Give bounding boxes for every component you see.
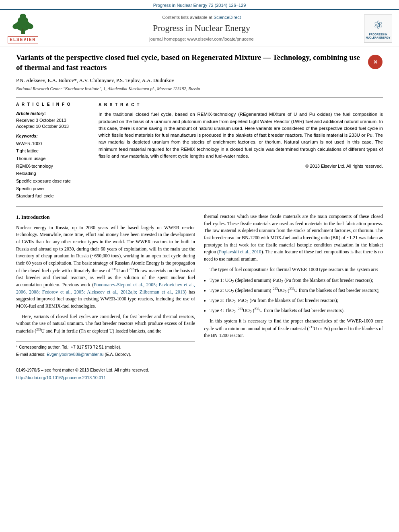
keyword-exposure: Specific exposure dose rate bbox=[16, 177, 90, 185]
footer-section: * Corresponding author. Tel.: +7 917 573… bbox=[16, 341, 195, 381]
keywords-label: Keywords: bbox=[16, 133, 90, 139]
section-divider bbox=[16, 206, 383, 207]
email-note: E-mail address: Evgeniybolrov889@rambler… bbox=[16, 351, 195, 358]
abstract-text: In the traditional closed fuel cycle, ba… bbox=[99, 111, 383, 160]
fuel-type-3: Type 3: ThO2–PuO2 (Pu from the blankets … bbox=[210, 297, 383, 305]
article-info-column: A R T I C L E I N F O Article history: R… bbox=[16, 102, 90, 200]
received-date: Received 3 October 2013 bbox=[16, 117, 90, 123]
authors: P.N. Alekseev, E.A. Bobrov*, A.V. Chibin… bbox=[16, 77, 383, 84]
elsevier-brand-text: ELSEVIER bbox=[8, 36, 38, 43]
article-title-section: Variants of the perspective closed fuel … bbox=[16, 53, 383, 72]
elsevier-logo-section: ELSEVIER bbox=[5, 13, 41, 43]
article-info-title: A R T I C L E I N F O bbox=[16, 102, 90, 107]
svg-text:✕: ✕ bbox=[373, 59, 378, 65]
keywords-list: WWER-1000 Tight lattice Thorium usage RE… bbox=[16, 140, 90, 200]
doi-link[interactable]: http://dx.doi.org/10.1016/j.pnucene.2013… bbox=[16, 375, 195, 381]
email-label: E-mail address: bbox=[16, 352, 45, 357]
journal-reference: Progress in Nuclear Energy 72 (2014) 126… bbox=[0, 0, 399, 9]
issn-note: 0149-1970/$ – see front matter © 2013 El… bbox=[16, 367, 195, 374]
ref-ponomarev[interactable]: Ponomarev-Stepnoi et al., 2005; Pavlovic… bbox=[16, 282, 195, 295]
svg-point-3 bbox=[20, 14, 26, 19]
affiliation: National Research Center "Kurchatov Inst… bbox=[16, 86, 383, 92]
history-label: Article history: bbox=[16, 111, 90, 117]
intro-heading: 1. Introduction bbox=[16, 213, 195, 221]
ref-poplavskii[interactable]: Poplavskii et al., 2010 bbox=[219, 249, 261, 255]
abstract-column: A B S T R A C T In the traditional close… bbox=[99, 102, 383, 200]
right-para-1: thermal reactors which use these fissile… bbox=[204, 213, 383, 263]
article-body: A R T I C L E I N F O Article history: R… bbox=[16, 97, 383, 200]
fuel-type-2: Type 2: UO2 (depleted uranium)-233UO2 (2… bbox=[210, 287, 383, 295]
science-direct-anchor[interactable]: ScienceDirect bbox=[214, 15, 241, 20]
journal-logo-section: ⚛ PROGRESS IN NUCLEAR ENERGY bbox=[362, 14, 394, 43]
body-left-col: 1. Introduction Nuclear energy in Russia… bbox=[16, 213, 195, 381]
intro-para-1: Nuclear energy in Russia, up to 2030 yea… bbox=[16, 224, 195, 310]
right-para-2: The types of fuel compositions for therm… bbox=[204, 266, 383, 273]
body-two-col: 1. Introduction Nuclear energy in Russia… bbox=[16, 213, 383, 381]
main-content: Variants of the perspective closed fuel … bbox=[0, 47, 399, 389]
fuel-types-list: Type 1: UO2 (depleted uranium)-PuO2 (Pu … bbox=[210, 277, 383, 315]
accepted-date: Accepted 10 October 2013 bbox=[16, 123, 90, 129]
keyword-tight-lattice: Tight lattice bbox=[16, 147, 90, 155]
right-closing-para: In this system it is necessary to find t… bbox=[204, 318, 383, 339]
fuel-type-1: Type 1: UO2 (depleted uranium)-PuO2 (Pu … bbox=[210, 277, 383, 285]
science-direct-link: Contents lists available at ScienceDirec… bbox=[45, 14, 358, 21]
abstract-title: A B S T R A C T bbox=[99, 102, 383, 108]
fuel-type-4: Type 4: ThO2–233UO2 (233U from the blank… bbox=[210, 307, 383, 315]
keyword-wwer: WWER-1000 bbox=[16, 140, 90, 148]
email-link[interactable]: Evgeniybolrov889@rambler.ru bbox=[47, 352, 103, 357]
keyword-power: Specific power bbox=[16, 185, 90, 193]
keyword-reloading: Reloading bbox=[16, 170, 90, 177]
corresponding-author-note: * Corresponding author. Tel.: +7 917 573… bbox=[16, 344, 195, 351]
journal-title-section: Contents lists available at ScienceDirec… bbox=[45, 14, 358, 43]
journal-logo-text: PROGRESS IN NUCLEAR ENERGY bbox=[366, 33, 391, 40]
article-title: Variants of the perspective closed fuel … bbox=[16, 53, 364, 72]
keyword-standard: Standard fuel cycle bbox=[16, 192, 90, 200]
email-name: (E.A. Bobrov). bbox=[105, 352, 131, 357]
journal-main-title: Progress in Nuclear Energy bbox=[45, 22, 358, 35]
body-right-col: thermal reactors which use these fissile… bbox=[204, 213, 383, 381]
atom-icon: ⚛ bbox=[373, 17, 383, 33]
keyword-thorium: Thorium usage bbox=[16, 155, 90, 162]
copyright-text: © 2013 Elsevier Ltd. All rights reserved… bbox=[99, 163, 383, 170]
intro-para-2: Here, variants of closed fuel cycles are… bbox=[16, 313, 195, 335]
journal-homepage: journal homepage: www.elsevier.com/locat… bbox=[45, 36, 358, 42]
crossmark-badge: ✕ bbox=[368, 54, 383, 70]
journal-header: ELSEVIER Contents lists available at Sci… bbox=[0, 9, 399, 47]
keyword-remix: REMIX-technology bbox=[16, 162, 90, 170]
journal-logo-box: ⚛ PROGRESS IN NUCLEAR ENERGY bbox=[364, 14, 392, 43]
elsevier-tree-icon bbox=[9, 13, 37, 35]
